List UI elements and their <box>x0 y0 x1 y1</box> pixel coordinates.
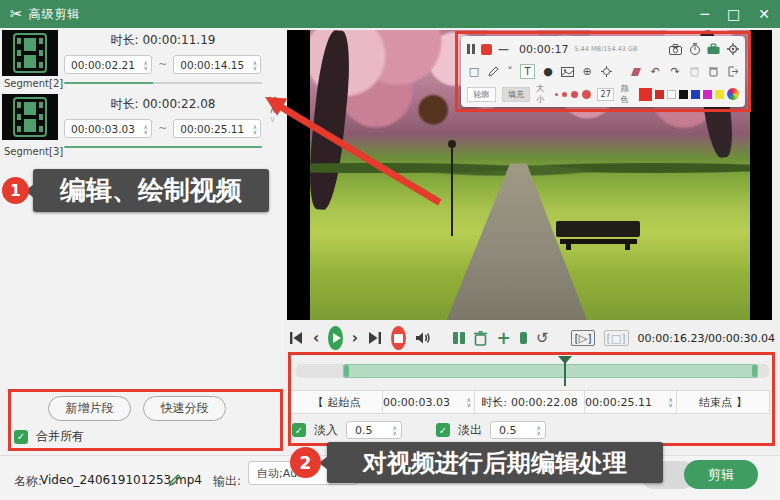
quick-split-button[interactable]: 快速分段 <box>143 396 226 421</box>
trim-end-handle[interactable] <box>752 365 757 377</box>
color-swatch-white[interactable] <box>667 90 676 99</box>
color-swatch-red[interactable] <box>655 90 664 99</box>
segment-move-down-icon[interactable]: ∨ <box>269 115 276 124</box>
pause-icon[interactable] <box>467 44 475 54</box>
stop-button[interactable] <box>391 326 406 350</box>
outline-toggle-button[interactable]: 轮廓 <box>467 87 496 102</box>
fill-toggle-button[interactable]: 填充 <box>502 87 531 102</box>
segment-thumbnail[interactable] <box>2 94 58 140</box>
segment-end-input[interactable]: 00:00:25.11 ∧∨ <box>173 119 261 138</box>
segment-start-input[interactable]: 00:00:03.03 ∧∨ <box>64 119 152 138</box>
eraser-tool-icon[interactable] <box>629 65 642 78</box>
segment-row[interactable]: Segment[2] 时长: 00:00:11.19 00:00:02.21 ∧… <box>0 28 284 92</box>
minimize-toolbar-icon[interactable]: — <box>498 43 509 56</box>
spinner-arrows-icon[interactable]: ∧∨ <box>393 425 401 435</box>
set-start-point-button[interactable]: 【起始点 <box>291 391 383 413</box>
timer-icon[interactable] <box>688 43 701 56</box>
clear-icon[interactable] <box>688 65 701 78</box>
spinner-arrows-icon[interactable]: ∧∨ <box>144 124 151 134</box>
set-end-point-button[interactable]: 结束点】 <box>677 391 769 413</box>
add-segment-button[interactable]: 新增片段 <box>48 396 131 421</box>
spinner-arrows-icon[interactable]: ∧∨ <box>467 397 474 407</box>
trim-start-handle[interactable] <box>344 365 349 377</box>
minimize-button[interactable]: ─ <box>701 7 709 21</box>
timeline-track[interactable] <box>295 364 770 378</box>
skip-start-button[interactable] <box>289 331 304 345</box>
merge-all-checkbox[interactable]: ✓ <box>14 430 28 444</box>
record-usage: 5.44 MB/154.43 GB <box>574 45 637 53</box>
brush-size-options[interactable] <box>555 90 591 99</box>
volume-button[interactable] <box>415 331 432 345</box>
range-tilde: ~ <box>158 122 167 135</box>
close-button[interactable]: ✕ <box>758 7 770 21</box>
preview-play-button[interactable]: [▷] <box>571 330 594 346</box>
toolkit-icon[interactable] <box>707 43 720 56</box>
playhead[interactable] <box>558 356 572 386</box>
color-swatch-yellow[interactable] <box>715 90 724 99</box>
pencil-tool-icon[interactable] <box>487 65 500 78</box>
size-label: 大小 <box>536 83 549 105</box>
color-swatch-blue[interactable] <box>691 90 700 99</box>
text-tool-button[interactable]: T <box>520 64 535 79</box>
end-point-input[interactable]: 00:00:25.11 ∧∨ <box>585 391 677 413</box>
app-window: ✂ 高级剪辑 ─ □ ✕ Segment[2] 时长: 00:00: <box>0 0 780 500</box>
image-tool-icon[interactable] <box>561 65 574 78</box>
split-button[interactable] <box>453 332 465 344</box>
timeline-selection[interactable] <box>343 364 758 378</box>
settings-gear-icon[interactable] <box>726 43 739 56</box>
step-forward-button[interactable]: › <box>352 329 358 347</box>
scissors-logo-icon: ✂ <box>10 5 23 23</box>
camera-icon[interactable] <box>669 43 682 56</box>
fade-out-checkbox[interactable]: ✓ <box>436 423 450 437</box>
step-2-badge: 2 <box>290 447 321 478</box>
spinner-arrows-icon[interactable]: ∧∨ <box>537 425 545 435</box>
fill-frame-button[interactable] <box>520 332 527 344</box>
play-button[interactable] <box>328 326 343 350</box>
color-wheel-icon[interactable] <box>727 88 739 100</box>
segment-row[interactable]: Segment[3] 时长: 00:00:22.08 00:00:03.03 ∧… <box>0 92 284 162</box>
maximize-button[interactable]: □ <box>727 7 740 21</box>
segment-start-input[interactable]: 00:00:02.21 ∧∨ <box>64 55 152 74</box>
exit-draw-icon[interactable] <box>726 65 739 78</box>
playback-time: 00:00:16.23/00:00:30.04 <box>638 332 776 345</box>
rectangle-tool-icon[interactable]: □ <box>467 65 481 78</box>
fade-in-checkbox[interactable]: ✓ <box>292 423 306 437</box>
spinner-arrows-icon[interactable]: ∧∨ <box>253 124 260 134</box>
trash-icon[interactable] <box>707 65 720 78</box>
color-swatch-black[interactable] <box>679 90 688 99</box>
add-button[interactable]: + <box>496 328 510 348</box>
app-title: 高级剪辑 <box>29 6 81 23</box>
undo-icon[interactable]: ↶ <box>648 65 662 78</box>
segment-end-input[interactable]: 00:00:14.15 ∧∨ <box>173 55 261 74</box>
zoom-tool-icon[interactable]: ⊕ <box>580 65 594 78</box>
fade-out-input[interactable]: 0.5 ∧∨ <box>490 421 546 439</box>
segment-thumbnail[interactable] <box>2 30 58 76</box>
segment-duration: 时长: 00:00:11.19 <box>64 28 262 49</box>
start-point-input[interactable]: 00:00:03.03 ∧∨ <box>383 391 475 413</box>
segment-list-panel: Segment[2] 时长: 00:00:11.19 00:00:02.21 ∧… <box>0 28 284 455</box>
stop-record-icon[interactable] <box>481 44 492 55</box>
reset-button[interactable]: ↺ <box>536 329 549 347</box>
color-swatch-magenta[interactable] <box>703 90 712 99</box>
park-bench <box>556 221 640 250</box>
step-number-tool-icon[interactable]: ● <box>541 65 555 78</box>
spinner-arrows-icon[interactable]: ∧∨ <box>253 60 260 70</box>
step-back-button[interactable]: ‹ <box>313 329 319 347</box>
pencil-dropdown-icon[interactable]: ˅ <box>506 65 514 78</box>
move-tool-icon[interactable] <box>600 65 613 78</box>
lamp-post <box>451 146 453 236</box>
edit-button[interactable]: 剪辑 <box>684 460 758 489</box>
recorder-toolbar: — 00:00:17 5.44 MB/154.43 GB □ ˅ T <box>461 36 745 107</box>
redo-icon[interactable]: ↷ <box>668 65 682 78</box>
spinner-arrows-icon[interactable]: ∧∨ <box>669 397 676 407</box>
preview-stop-button[interactable]: [□] <box>604 330 629 346</box>
color-swatch-red-selected[interactable] <box>639 88 652 101</box>
spinner-arrows-icon[interactable]: ∧∨ <box>144 60 151 70</box>
skip-end-button[interactable] <box>367 331 382 345</box>
rename-pencil-icon[interactable] <box>168 472 182 486</box>
fade-in-input[interactable]: 0.5 ∧∨ <box>346 421 402 439</box>
selection-duration: 时长:00:00:22.08 <box>475 391 585 413</box>
size-value-input[interactable]: 27 <box>597 88 615 101</box>
delete-segment-button[interactable] <box>474 331 487 346</box>
step-1-badge: 1 <box>2 177 29 204</box>
